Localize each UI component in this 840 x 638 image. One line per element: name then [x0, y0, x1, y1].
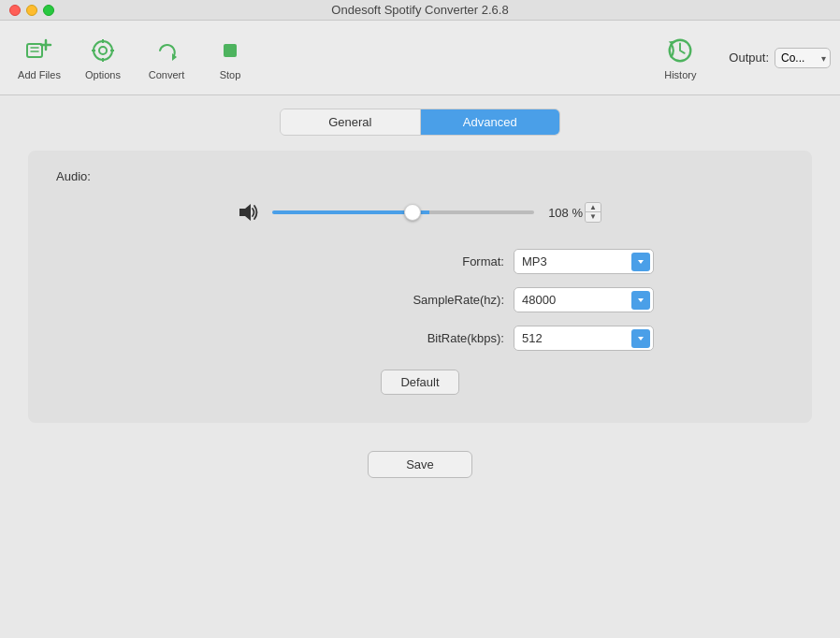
- tabs: General Advanced: [280, 109, 560, 136]
- svg-rect-0: [27, 44, 42, 57]
- window-controls[interactable]: [9, 5, 54, 16]
- svg-rect-12: [224, 44, 237, 57]
- svg-point-6: [99, 47, 107, 54]
- volume-icon: [239, 203, 261, 222]
- volume-stepper[interactable]: ▲ ▼: [585, 202, 601, 223]
- save-row: Save: [19, 451, 821, 478]
- volume-value: 108 %: [545, 206, 583, 220]
- add-files-icon: [24, 36, 54, 65]
- bit-rate-select-wrapper[interactable]: 128 192 256 320 512: [514, 326, 654, 351]
- volume-down-button[interactable]: ▼: [586, 212, 601, 222]
- save-button[interactable]: Save: [368, 451, 472, 478]
- close-button[interactable]: [9, 5, 21, 16]
- sample-rate-select-wrapper[interactable]: 22050 44100 48000 96000: [514, 287, 654, 312]
- tabs-container: General Advanced: [19, 109, 821, 136]
- stop-label: Stop: [220, 69, 241, 80]
- bit-rate-label: BitRate(kbps):: [392, 331, 504, 345]
- output-group: Output: Co... ▾: [729, 48, 831, 68]
- audio-heading: Audio:: [56, 169, 784, 183]
- bit-rate-select[interactable]: 128 192 256 320 512: [514, 326, 654, 351]
- stop-icon: [215, 36, 245, 65]
- sample-rate-label: SampleRate(hz):: [392, 293, 504, 307]
- content-area: General Advanced Audio: 108 % ▲ ▼: [0, 95, 840, 491]
- history-icon: [665, 36, 695, 65]
- toolbar-right: History Output: Co... ▾: [650, 28, 831, 88]
- sample-rate-select[interactable]: 22050 44100 48000 96000: [514, 287, 654, 312]
- maximize-button[interactable]: [43, 5, 54, 16]
- title-bar: Ondesoft Spotify Converter 2.6.8: [0, 0, 840, 21]
- format-label: Format:: [392, 254, 504, 268]
- format-row: Format: MP3 AAC FLAC WAV OGG AIFF: [186, 249, 654, 274]
- form-rows: Format: MP3 AAC FLAC WAV OGG AIFF: [56, 249, 784, 351]
- volume-row: 108 % ▲ ▼: [56, 202, 784, 223]
- sample-rate-row: SampleRate(hz): 22050 44100 48000 96000: [186, 287, 654, 312]
- history-label: History: [664, 69, 696, 80]
- minimize-button[interactable]: [26, 5, 37, 16]
- tab-general[interactable]: General: [281, 109, 421, 135]
- window-title: Ondesoft Spotify Converter 2.6.8: [331, 3, 508, 17]
- default-button[interactable]: Default: [381, 370, 458, 395]
- convert-button[interactable]: Convert: [137, 28, 196, 88]
- add-files-label: Add Files: [18, 69, 61, 80]
- svg-point-5: [94, 41, 112, 60]
- convert-icon: [152, 36, 181, 65]
- format-select[interactable]: MP3 AAC FLAC WAV OGG AIFF: [514, 249, 654, 274]
- output-label: Output:: [729, 51, 769, 65]
- svg-marker-15: [239, 204, 251, 221]
- options-label: Options: [85, 69, 121, 80]
- options-icon: [88, 36, 118, 65]
- output-select-wrapper[interactable]: Co... ▾: [775, 48, 831, 68]
- stop-button[interactable]: Stop: [200, 28, 260, 88]
- audio-section: Audio: 108 % ▲ ▼ Fo: [28, 151, 812, 423]
- convert-label: Convert: [149, 69, 185, 80]
- volume-slider[interactable]: [272, 210, 534, 214]
- volume-value-group: 108 % ▲ ▼: [545, 202, 601, 223]
- history-button[interactable]: History: [650, 28, 710, 88]
- format-select-wrapper[interactable]: MP3 AAC FLAC WAV OGG AIFF: [514, 249, 654, 274]
- add-files-button[interactable]: Add Files: [9, 28, 69, 88]
- toolbar: Add Files Options Convert: [0, 21, 840, 95]
- tab-advanced[interactable]: Advanced: [421, 109, 560, 135]
- volume-up-button[interactable]: ▲: [586, 203, 601, 212]
- default-btn-row: Default: [56, 370, 784, 395]
- options-button[interactable]: Options: [73, 28, 133, 88]
- bit-rate-row: BitRate(kbps): 128 192 256 320 512: [186, 326, 654, 351]
- output-select[interactable]: Co...: [775, 48, 831, 68]
